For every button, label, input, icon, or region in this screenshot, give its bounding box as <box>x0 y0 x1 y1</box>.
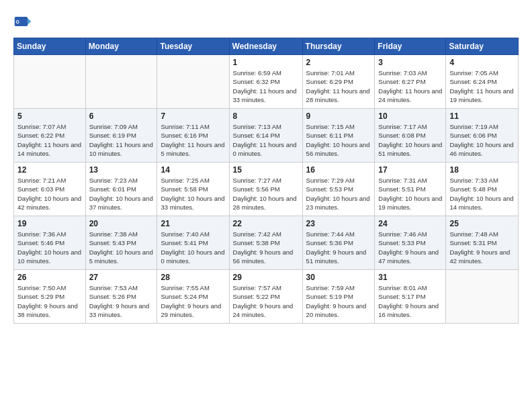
day-info: Sunrise: 7:38 AM Sunset: 5:43 PM Dayligh… <box>89 230 154 265</box>
day-info: Sunrise: 7:19 AM Sunset: 6:06 PM Dayligh… <box>449 122 515 158</box>
calendar-header-row: SundayMondayTuesdayWednesdayThursdayFrid… <box>14 38 519 55</box>
empty-cell <box>446 270 519 324</box>
day-number: 31 <box>378 273 442 282</box>
day-number: 13 <box>89 165 154 175</box>
logo-icon: G <box>13 12 32 31</box>
day-number: 20 <box>89 219 154 228</box>
day-cell-19: 19Sunrise: 7:36 AM Sunset: 5:46 PM Dayli… <box>14 216 86 270</box>
day-info: Sunrise: 7:53 AM Sunset: 5:26 PM Dayligh… <box>89 283 154 319</box>
day-info: Sunrise: 7:42 AM Sunset: 5:38 PM Dayligh… <box>233 230 299 265</box>
col-header-monday: Monday <box>85 38 157 55</box>
day-info: Sunrise: 7:33 AM Sunset: 5:48 PM Dayligh… <box>449 176 515 212</box>
day-info: Sunrise: 7:46 AM Sunset: 5:33 PM Dayligh… <box>378 230 442 265</box>
day-info: Sunrise: 7:01 AM Sunset: 6:29 PM Dayligh… <box>306 68 371 104</box>
day-cell-29: 29Sunrise: 7:57 AM Sunset: 5:22 PM Dayli… <box>229 270 302 324</box>
day-number: 3 <box>378 58 442 67</box>
day-cell-17: 17Sunrise: 7:31 AM Sunset: 5:51 PM Dayli… <box>375 163 446 216</box>
day-number: 17 <box>378 165 442 175</box>
day-info: Sunrise: 7:17 AM Sunset: 6:08 PM Dayligh… <box>378 122 442 158</box>
day-info: Sunrise: 7:59 AM Sunset: 5:19 PM Dayligh… <box>306 283 371 319</box>
day-number: 30 <box>306 273 371 282</box>
day-cell-5: 5Sunrise: 7:07 AM Sunset: 6:22 PM Daylig… <box>14 109 86 163</box>
day-number: 24 <box>378 219 442 228</box>
day-info: Sunrise: 7:21 AM Sunset: 6:03 PM Dayligh… <box>17 176 82 212</box>
day-cell-20: 20Sunrise: 7:38 AM Sunset: 5:43 PM Dayli… <box>85 216 157 270</box>
day-cell-24: 24Sunrise: 7:46 AM Sunset: 5:33 PM Dayli… <box>375 216 446 270</box>
col-header-tuesday: Tuesday <box>157 38 229 55</box>
day-cell-13: 13Sunrise: 7:23 AM Sunset: 6:01 PM Dayli… <box>85 163 157 216</box>
day-info: Sunrise: 7:55 AM Sunset: 5:24 PM Dayligh… <box>161 283 225 319</box>
day-number: 18 <box>449 165 515 175</box>
col-header-friday: Friday <box>375 38 446 55</box>
day-cell-12: 12Sunrise: 7:21 AM Sunset: 6:03 PM Dayli… <box>14 163 86 216</box>
day-info: Sunrise: 7:23 AM Sunset: 6:01 PM Dayligh… <box>89 176 154 212</box>
day-number: 15 <box>233 165 299 175</box>
day-cell-8: 8Sunrise: 7:13 AM Sunset: 6:14 PM Daylig… <box>229 109 302 163</box>
week-row-5: 26Sunrise: 7:50 AM Sunset: 5:29 PM Dayli… <box>14 270 519 324</box>
calendar-page: G SundayMondayTuesdayWednesdayThursdayFr… <box>0 0 532 411</box>
day-cell-23: 23Sunrise: 7:44 AM Sunset: 5:36 PM Dayli… <box>302 216 375 270</box>
week-row-2: 5Sunrise: 7:07 AM Sunset: 6:22 PM Daylig… <box>14 109 519 163</box>
day-number: 12 <box>17 165 82 175</box>
day-number: 10 <box>378 111 442 121</box>
day-number: 1 <box>233 58 299 67</box>
day-cell-10: 10Sunrise: 7:17 AM Sunset: 6:08 PM Dayli… <box>375 109 446 163</box>
day-info: Sunrise: 7:09 AM Sunset: 6:19 PM Dayligh… <box>89 122 154 158</box>
day-info: Sunrise: 7:44 AM Sunset: 5:36 PM Dayligh… <box>306 230 371 265</box>
col-header-saturday: Saturday <box>446 38 519 55</box>
day-number: 22 <box>233 219 299 228</box>
day-info: Sunrise: 6:59 AM Sunset: 6:32 PM Dayligh… <box>233 68 299 104</box>
empty-cell <box>157 55 229 109</box>
day-number: 21 <box>161 219 225 228</box>
day-info: Sunrise: 7:57 AM Sunset: 5:22 PM Dayligh… <box>233 283 299 319</box>
logo: G <box>13 12 35 31</box>
day-cell-6: 6Sunrise: 7:09 AM Sunset: 6:19 PM Daylig… <box>85 109 157 163</box>
day-info: Sunrise: 7:36 AM Sunset: 5:46 PM Dayligh… <box>17 230 82 265</box>
day-number: 7 <box>161 111 225 121</box>
day-info: Sunrise: 7:07 AM Sunset: 6:22 PM Dayligh… <box>17 122 82 158</box>
calendar-table: SundayMondayTuesdayWednesdayThursdayFrid… <box>13 38 519 324</box>
day-cell-15: 15Sunrise: 7:27 AM Sunset: 5:56 PM Dayli… <box>229 163 302 216</box>
empty-cell <box>85 55 157 109</box>
day-number: 9 <box>306 111 371 121</box>
day-number: 28 <box>161 273 225 282</box>
day-number: 8 <box>233 111 299 121</box>
day-cell-31: 31Sunrise: 8:01 AM Sunset: 5:17 PM Dayli… <box>375 270 446 324</box>
day-info: Sunrise: 7:15 AM Sunset: 6:11 PM Dayligh… <box>306 122 371 158</box>
day-cell-9: 9Sunrise: 7:15 AM Sunset: 6:11 PM Daylig… <box>302 109 375 163</box>
day-number: 16 <box>306 165 371 175</box>
day-cell-25: 25Sunrise: 7:48 AM Sunset: 5:31 PM Dayli… <box>446 216 519 270</box>
day-number: 5 <box>17 111 82 121</box>
week-row-3: 12Sunrise: 7:21 AM Sunset: 6:03 PM Dayli… <box>14 163 519 216</box>
day-number: 25 <box>449 219 515 228</box>
day-number: 23 <box>306 219 371 228</box>
day-info: Sunrise: 7:11 AM Sunset: 6:16 PM Dayligh… <box>161 122 225 158</box>
day-info: Sunrise: 7:05 AM Sunset: 6:24 PM Dayligh… <box>449 68 515 104</box>
day-info: Sunrise: 7:27 AM Sunset: 5:56 PM Dayligh… <box>233 176 299 212</box>
empty-cell <box>14 55 86 109</box>
day-cell-2: 2Sunrise: 7:01 AM Sunset: 6:29 PM Daylig… <box>302 55 375 109</box>
day-info: Sunrise: 7:25 AM Sunset: 5:58 PM Dayligh… <box>161 176 225 212</box>
day-number: 14 <box>161 165 225 175</box>
svg-text:G: G <box>16 19 20 24</box>
day-cell-30: 30Sunrise: 7:59 AM Sunset: 5:19 PM Dayli… <box>302 270 375 324</box>
day-cell-28: 28Sunrise: 7:55 AM Sunset: 5:24 PM Dayli… <box>157 270 229 324</box>
day-cell-14: 14Sunrise: 7:25 AM Sunset: 5:58 PM Dayli… <box>157 163 229 216</box>
day-info: Sunrise: 8:01 AM Sunset: 5:17 PM Dayligh… <box>378 283 442 319</box>
day-number: 6 <box>89 111 154 121</box>
day-cell-26: 26Sunrise: 7:50 AM Sunset: 5:29 PM Dayli… <box>14 270 86 324</box>
day-info: Sunrise: 7:40 AM Sunset: 5:41 PM Dayligh… <box>161 230 225 265</box>
day-number: 27 <box>89 273 154 282</box>
day-number: 2 <box>306 58 371 67</box>
col-header-wednesday: Wednesday <box>229 38 302 55</box>
day-cell-4: 4Sunrise: 7:05 AM Sunset: 6:24 PM Daylig… <box>446 55 519 109</box>
svg-marker-1 <box>28 18 31 26</box>
day-info: Sunrise: 7:31 AM Sunset: 5:51 PM Dayligh… <box>378 176 442 212</box>
day-cell-1: 1Sunrise: 6:59 AM Sunset: 6:32 PM Daylig… <box>229 55 302 109</box>
day-cell-7: 7Sunrise: 7:11 AM Sunset: 6:16 PM Daylig… <box>157 109 229 163</box>
day-number: 26 <box>17 273 82 282</box>
day-info: Sunrise: 7:29 AM Sunset: 5:53 PM Dayligh… <box>306 176 371 212</box>
day-info: Sunrise: 7:13 AM Sunset: 6:14 PM Dayligh… <box>233 122 299 158</box>
day-cell-18: 18Sunrise: 7:33 AM Sunset: 5:48 PM Dayli… <box>446 163 519 216</box>
col-header-thursday: Thursday <box>302 38 375 55</box>
